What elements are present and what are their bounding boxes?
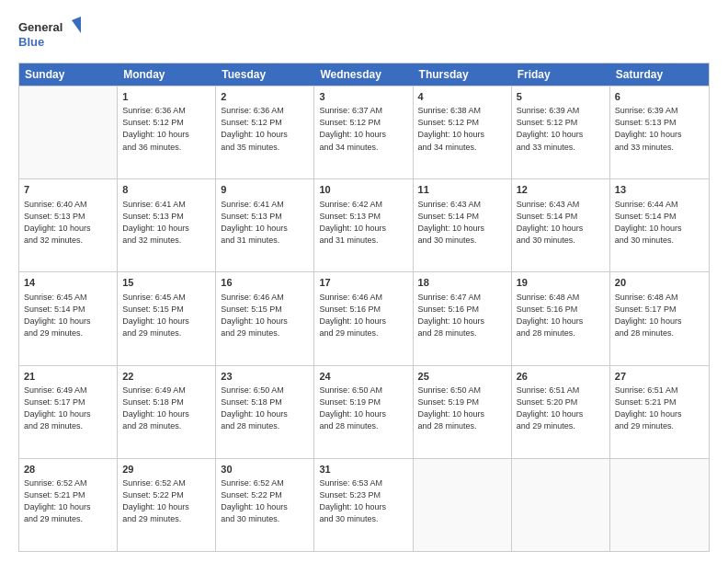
day-info: Sunrise: 6:46 AM Sunset: 5:15 PM Dayligh… bbox=[221, 292, 309, 339]
day-number: 27 bbox=[615, 370, 704, 384]
day-info: Sunrise: 6:52 AM Sunset: 5:22 PM Dayligh… bbox=[122, 477, 210, 525]
calendar-cell: 27Sunrise: 6:51 AM Sunset: 5:21 PM Dayli… bbox=[610, 366, 709, 458]
calendar-cell: 11Sunrise: 6:43 AM Sunset: 5:14 PM Dayli… bbox=[414, 179, 512, 271]
day-number: 6 bbox=[615, 90, 704, 104]
header: General Blue bbox=[18, 17, 710, 53]
calendar-cell: 29Sunrise: 6:52 AM Sunset: 5:22 PM Dayli… bbox=[118, 459, 216, 551]
day-number: 1 bbox=[122, 90, 210, 104]
calendar-cell bbox=[512, 459, 610, 551]
page: General Blue SundayMondayTuesdayWednesda… bbox=[0, 0, 728, 563]
day-number: 8 bbox=[122, 183, 210, 197]
calendar-cell: 21Sunrise: 6:49 AM Sunset: 5:17 PM Dayli… bbox=[19, 366, 118, 458]
calendar-row: 14Sunrise: 6:45 AM Sunset: 5:14 PM Dayli… bbox=[19, 271, 709, 364]
day-number: 5 bbox=[517, 90, 605, 104]
day-number: 17 bbox=[319, 276, 407, 290]
calendar-cell: 20Sunrise: 6:48 AM Sunset: 5:17 PM Dayli… bbox=[610, 272, 709, 364]
day-number: 12 bbox=[517, 183, 605, 197]
calendar-cell: 9Sunrise: 6:41 AM Sunset: 5:13 PM Daylig… bbox=[216, 179, 314, 271]
day-info: Sunrise: 6:43 AM Sunset: 5:14 PM Dayligh… bbox=[517, 199, 605, 247]
calendar-cell: 22Sunrise: 6:49 AM Sunset: 5:18 PM Dayli… bbox=[118, 366, 216, 458]
calendar-cell: 31Sunrise: 6:53 AM Sunset: 5:23 PM Dayli… bbox=[314, 459, 413, 551]
day-number: 26 bbox=[517, 370, 605, 384]
day-number: 4 bbox=[418, 90, 506, 104]
calendar-cell: 1Sunrise: 6:36 AM Sunset: 5:12 PM Daylig… bbox=[118, 86, 216, 178]
day-number: 31 bbox=[319, 463, 407, 477]
day-number: 9 bbox=[221, 183, 309, 197]
calendar-cell: 26Sunrise: 6:51 AM Sunset: 5:20 PM Dayli… bbox=[512, 366, 610, 458]
calendar-cell: 10Sunrise: 6:42 AM Sunset: 5:13 PM Dayli… bbox=[314, 179, 413, 271]
day-info: Sunrise: 6:41 AM Sunset: 5:13 PM Dayligh… bbox=[122, 199, 210, 247]
day-info: Sunrise: 6:48 AM Sunset: 5:16 PM Dayligh… bbox=[517, 292, 605, 339]
calendar-cell: 25Sunrise: 6:50 AM Sunset: 5:19 PM Dayli… bbox=[414, 366, 512, 458]
day-number: 29 bbox=[122, 463, 210, 477]
day-number: 15 bbox=[122, 276, 210, 290]
day-info: Sunrise: 6:43 AM Sunset: 5:14 PM Dayligh… bbox=[418, 199, 506, 247]
day-info: Sunrise: 6:36 AM Sunset: 5:12 PM Dayligh… bbox=[221, 105, 309, 153]
calendar-row: 1Sunrise: 6:36 AM Sunset: 5:12 PM Daylig… bbox=[19, 86, 709, 178]
weekday-header: Wednesday bbox=[314, 63, 413, 86]
day-number: 7 bbox=[24, 183, 112, 197]
calendar-cell: 30Sunrise: 6:52 AM Sunset: 5:22 PM Dayli… bbox=[216, 459, 314, 551]
day-info: Sunrise: 6:45 AM Sunset: 5:14 PM Dayligh… bbox=[24, 292, 112, 339]
weekday-header: Monday bbox=[118, 63, 216, 86]
calendar: SundayMondayTuesdayWednesdayThursdayFrid… bbox=[18, 63, 710, 552]
day-info: Sunrise: 6:50 AM Sunset: 5:19 PM Dayligh… bbox=[319, 385, 407, 432]
day-info: Sunrise: 6:52 AM Sunset: 5:21 PM Dayligh… bbox=[24, 477, 112, 525]
svg-marker-2 bbox=[72, 17, 81, 33]
day-number: 11 bbox=[418, 183, 506, 197]
calendar-row: 21Sunrise: 6:49 AM Sunset: 5:17 PM Dayli… bbox=[19, 365, 709, 458]
calendar-cell: 14Sunrise: 6:45 AM Sunset: 5:14 PM Dayli… bbox=[19, 272, 118, 364]
day-info: Sunrise: 6:39 AM Sunset: 5:12 PM Dayligh… bbox=[517, 105, 605, 153]
day-number: 18 bbox=[418, 276, 506, 290]
day-number: 30 bbox=[221, 463, 309, 477]
weekday-header: Sunday bbox=[19, 63, 118, 86]
day-number: 13 bbox=[615, 183, 704, 197]
day-info: Sunrise: 6:45 AM Sunset: 5:15 PM Dayligh… bbox=[122, 292, 210, 339]
weekday-header: Friday bbox=[512, 63, 610, 86]
svg-text:General: General bbox=[18, 20, 63, 34]
day-number: 22 bbox=[122, 370, 210, 384]
day-info: Sunrise: 6:49 AM Sunset: 5:17 PM Dayligh… bbox=[24, 385, 112, 432]
calendar-cell: 23Sunrise: 6:50 AM Sunset: 5:18 PM Dayli… bbox=[216, 366, 314, 458]
day-number: 14 bbox=[24, 276, 112, 290]
weekday-header: Tuesday bbox=[216, 63, 314, 86]
calendar-body: 1Sunrise: 6:36 AM Sunset: 5:12 PM Daylig… bbox=[19, 86, 709, 551]
day-info: Sunrise: 6:39 AM Sunset: 5:13 PM Dayligh… bbox=[615, 105, 704, 153]
day-info: Sunrise: 6:37 AM Sunset: 5:12 PM Dayligh… bbox=[319, 105, 407, 153]
calendar-cell: 18Sunrise: 6:47 AM Sunset: 5:16 PM Dayli… bbox=[414, 272, 512, 364]
calendar-cell: 8Sunrise: 6:41 AM Sunset: 5:13 PM Daylig… bbox=[118, 179, 216, 271]
calendar-cell bbox=[414, 459, 512, 551]
day-number: 19 bbox=[517, 276, 605, 290]
day-info: Sunrise: 6:51 AM Sunset: 5:21 PM Dayligh… bbox=[615, 385, 704, 432]
day-info: Sunrise: 6:50 AM Sunset: 5:19 PM Dayligh… bbox=[418, 385, 506, 432]
weekday-header: Thursday bbox=[414, 63, 512, 86]
day-number: 20 bbox=[615, 276, 704, 290]
calendar-cell: 12Sunrise: 6:43 AM Sunset: 5:14 PM Dayli… bbox=[512, 179, 610, 271]
day-info: Sunrise: 6:44 AM Sunset: 5:14 PM Dayligh… bbox=[615, 199, 704, 247]
calendar-cell: 6Sunrise: 6:39 AM Sunset: 5:13 PM Daylig… bbox=[610, 86, 709, 178]
day-info: Sunrise: 6:48 AM Sunset: 5:17 PM Dayligh… bbox=[615, 292, 704, 339]
calendar-row: 28Sunrise: 6:52 AM Sunset: 5:21 PM Dayli… bbox=[19, 458, 709, 551]
calendar-cell: 2Sunrise: 6:36 AM Sunset: 5:12 PM Daylig… bbox=[216, 86, 314, 178]
calendar-cell: 7Sunrise: 6:40 AM Sunset: 5:13 PM Daylig… bbox=[19, 179, 118, 271]
calendar-cell: 16Sunrise: 6:46 AM Sunset: 5:15 PM Dayli… bbox=[216, 272, 314, 364]
day-info: Sunrise: 6:46 AM Sunset: 5:16 PM Dayligh… bbox=[319, 292, 407, 339]
svg-text:Blue: Blue bbox=[18, 35, 44, 49]
calendar-row: 7Sunrise: 6:40 AM Sunset: 5:13 PM Daylig… bbox=[19, 178, 709, 271]
calendar-cell: 5Sunrise: 6:39 AM Sunset: 5:12 PM Daylig… bbox=[512, 86, 610, 178]
day-number: 2 bbox=[221, 90, 309, 104]
calendar-cell: 17Sunrise: 6:46 AM Sunset: 5:16 PM Dayli… bbox=[314, 272, 413, 364]
calendar-cell: 24Sunrise: 6:50 AM Sunset: 5:19 PM Dayli… bbox=[314, 366, 413, 458]
day-info: Sunrise: 6:52 AM Sunset: 5:22 PM Dayligh… bbox=[221, 477, 309, 525]
day-info: Sunrise: 6:51 AM Sunset: 5:20 PM Dayligh… bbox=[517, 385, 605, 432]
day-number: 16 bbox=[221, 276, 309, 290]
logo-svg: General Blue bbox=[18, 17, 83, 53]
day-number: 23 bbox=[221, 370, 309, 384]
day-info: Sunrise: 6:42 AM Sunset: 5:13 PM Dayligh… bbox=[319, 199, 407, 247]
calendar-cell: 19Sunrise: 6:48 AM Sunset: 5:16 PM Dayli… bbox=[512, 272, 610, 364]
calendar-cell bbox=[19, 86, 118, 178]
calendar-cell: 13Sunrise: 6:44 AM Sunset: 5:14 PM Dayli… bbox=[610, 179, 709, 271]
day-number: 21 bbox=[24, 370, 112, 384]
day-info: Sunrise: 6:38 AM Sunset: 5:12 PM Dayligh… bbox=[418, 105, 506, 153]
calendar-cell: 28Sunrise: 6:52 AM Sunset: 5:21 PM Dayli… bbox=[19, 459, 118, 551]
